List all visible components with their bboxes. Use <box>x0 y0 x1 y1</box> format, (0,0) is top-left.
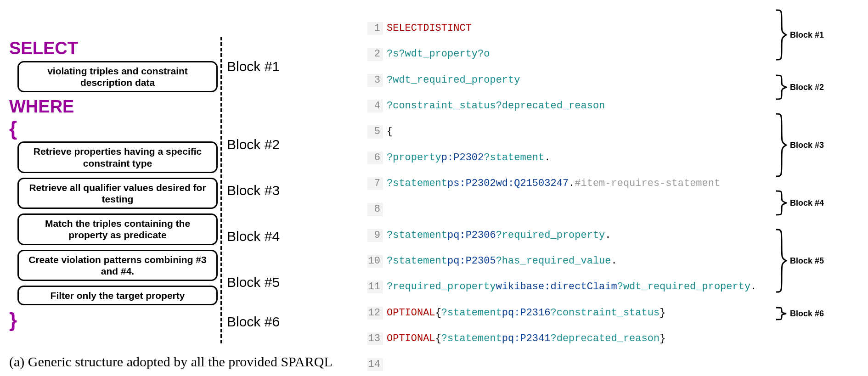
tok: p:P2302 <box>441 152 484 164</box>
tok: ?required_property <box>387 281 496 293</box>
line-number: 2 <box>367 48 383 61</box>
tok: ?wdt_required_property <box>617 281 750 293</box>
tok: pq:P2316 <box>502 307 551 320</box>
where-keyword: WHERE <box>9 97 220 117</box>
tok: ps:P2302 <box>447 177 496 190</box>
block-box-4: Match the triples containing the propert… <box>17 213 218 245</box>
query-structure-labels-col: Block #1 Block #2 Block #3 Block #4 Bloc… <box>220 37 340 343</box>
curly-block-1: Block #1 <box>775 9 824 61</box>
tok: . <box>569 177 575 190</box>
tok: pq:P2306 <box>447 229 496 242</box>
code-line: 14 <box>367 358 772 371</box>
tok: } <box>659 332 665 345</box>
line-number: 6 <box>367 152 383 164</box>
block-label-3: Block #3 <box>227 183 340 198</box>
tok: ?statement <box>387 177 447 190</box>
tok: ?property <box>387 152 441 164</box>
tok: ?statement <box>484 152 544 164</box>
tok: { <box>387 125 393 138</box>
code-line: 2?s ?wdt_property ?o <box>367 48 772 61</box>
curly-brace-icon <box>775 9 787 61</box>
tok: ?statement <box>441 332 502 345</box>
code-line: 1SELECT DISTINCT <box>367 22 772 35</box>
tok: pq:P2305 <box>447 255 496 268</box>
tok: . <box>750 281 756 293</box>
curly-block-6: Block #6 <box>775 307 824 320</box>
block-label-4: Block #4 <box>227 229 340 244</box>
curly-brace-icon <box>775 74 787 100</box>
line-number: 10 <box>367 255 383 268</box>
tok: ?deprecated_reason <box>550 332 659 345</box>
code-line: 3?wdt_required_property <box>367 74 772 87</box>
block-label-1: Block #1 <box>227 59 340 74</box>
code-line: 10 ?statement pq:P2305 ?has_required_val… <box>367 255 772 268</box>
block-box-5: Create violation patterns combining #3 a… <box>17 250 218 281</box>
code-line: 9 ?statement pq:P2306 ?required_property… <box>367 229 772 242</box>
line-number: 13 <box>367 332 383 345</box>
curly-brace-icon <box>775 113 787 177</box>
figure-container: SELECT violating triples and constraint … <box>9 9 859 376</box>
code-line: 4?constraint_status ?deprecated_reason <box>367 100 772 112</box>
line-number: 7 <box>367 177 383 190</box>
sparql-code-block: 1SELECT DISTINCT 2?s ?wdt_property ?o 3?… <box>367 9 772 376</box>
tok: wd:Q21503247 <box>496 177 569 190</box>
curly-label: Block #5 <box>787 256 824 266</box>
tok: DISTINCT <box>423 22 472 35</box>
line-number: 4 <box>367 100 383 112</box>
code-with-braces: 1SELECT DISTINCT 2?s ?wdt_property ?o 3?… <box>367 9 859 376</box>
panel-b: 1SELECT DISTINCT 2?s ?wdt_property ?o 3?… <box>367 9 859 376</box>
code-line: 6 ?property p:P2302 ?statement. <box>367 152 772 164</box>
query-structure-left-col: SELECT violating triples and constraint … <box>9 37 220 343</box>
tok: ?constraint_status <box>550 307 659 320</box>
block-label-6: Block #6 <box>227 314 340 330</box>
tok: ?s <box>387 48 399 61</box>
curly-label: Block #6 <box>787 309 824 319</box>
line-number: 3 <box>367 74 383 87</box>
block-label-2: Block #2 <box>227 137 340 152</box>
curly-label: Block #3 <box>787 140 824 150</box>
close-brace: } <box>9 310 220 330</box>
curly-brace-icon <box>775 190 787 216</box>
select-keyword: SELECT <box>9 39 220 58</box>
curly-block-5: Block #5 <box>775 229 824 293</box>
panel-a: SELECT violating triples and constraint … <box>9 9 340 376</box>
code-line: 13 OPTIONAL {?statement pq:P2341 ?deprec… <box>367 332 772 345</box>
line-number: 9 <box>367 229 383 242</box>
block-label-5: Block #5 <box>227 275 340 290</box>
tok: { <box>435 307 441 320</box>
tok: ?wdt_required_property <box>387 74 520 87</box>
tok: OPTIONAL <box>387 332 435 345</box>
code-line: 8 <box>367 203 772 216</box>
block-box-1: violating triples and constraint descrip… <box>17 61 218 92</box>
line-number: 11 <box>367 281 383 293</box>
line-number: 14 <box>367 358 383 371</box>
code-line: 12 OPTIONAL {?statement pq:P2316 ?constr… <box>367 307 772 320</box>
tok: ?statement <box>387 229 447 242</box>
open-brace: { <box>9 118 220 139</box>
tok: . <box>544 152 550 164</box>
block-braces-column: Block #1 Block #2 Block #3 Block #4 Bloc… <box>775 9 844 376</box>
tok: pq:P2341 <box>502 332 551 345</box>
curly-block-3: Block #3 <box>775 113 824 177</box>
tok: #item-requires-statement <box>575 177 720 190</box>
block-box-3: Retrieve all qualifier values desired fo… <box>17 178 218 209</box>
caption-a: (a) Generic structure adopted by all the… <box>9 353 340 376</box>
curly-brace-icon <box>775 229 787 293</box>
tok: ?o <box>478 48 490 61</box>
line-number: 1 <box>367 22 383 35</box>
tok: SELECT <box>387 22 423 35</box>
code-line: 5{ <box>367 125 772 138</box>
line-number: 8 <box>367 203 383 216</box>
tok: ?constraint_status <box>387 100 496 112</box>
curly-block-2: Block #2 <box>775 74 824 100</box>
line-number: 5 <box>367 125 383 138</box>
tok: ?statement <box>387 255 447 268</box>
tok: . <box>605 229 611 242</box>
tok: ?wdt_property <box>399 48 478 61</box>
curly-brace-icon <box>775 307 787 320</box>
code-line: 11 ?required_property wikibase:directCla… <box>367 281 772 293</box>
tok: { <box>435 332 441 345</box>
line-number: 12 <box>367 307 383 320</box>
tok: wikibase:directClaim <box>496 281 617 293</box>
tok: OPTIONAL <box>387 307 435 320</box>
